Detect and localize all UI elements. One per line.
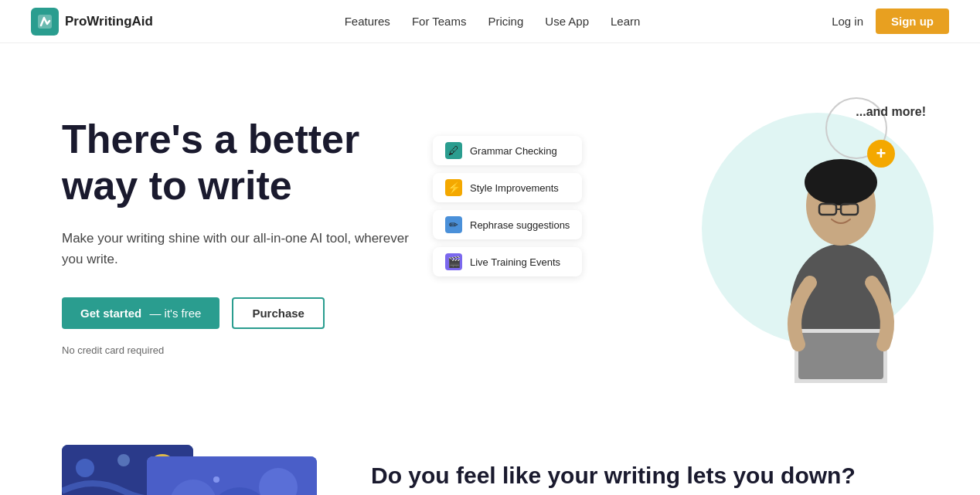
training-icon: 🎬 (445, 253, 462, 270)
feature-cards: 🖊 Grammar Checking ⚡ Style Improvements … (433, 136, 582, 276)
grammar-icon: 🖊 (445, 142, 462, 159)
hero-right: ...and more! + 🖊 Grammar Checking ⚡ Styl… (433, 90, 949, 383)
logo-text: ProWritingAid (65, 14, 153, 29)
section2-right: Do you feel like your writing lets you d… (371, 445, 918, 495)
navbar: ProWritingAid Features For Teams Pricing… (0, 0, 980, 43)
plus-badge: + (867, 140, 895, 168)
feature-card-grammar: 🖊 Grammar Checking (433, 136, 582, 165)
feature-card-style: ⚡ Style Improvements (433, 173, 582, 202)
svg-point-20 (213, 476, 219, 483)
hero-section: There's a better way to write Make your … (0, 43, 980, 414)
abstract-pattern-svg (147, 456, 317, 495)
nav-learn[interactable]: Learn (611, 15, 640, 28)
hero-title: There's a better way to write (62, 117, 433, 209)
hero-buttons: Get started — it's free Purchase (62, 297, 433, 329)
svg-point-3 (805, 159, 877, 205)
nav-features[interactable]: Features (345, 15, 390, 28)
style-icon: ⚡ (445, 179, 462, 196)
get-started-button[interactable]: Get started — it's free (62, 297, 219, 329)
signup-button[interactable]: Sign up (876, 8, 949, 34)
person-illustration (764, 128, 918, 383)
art-stack: My idea in my head (62, 445, 325, 495)
svg-rect-8 (798, 333, 883, 379)
logo-icon (31, 8, 59, 36)
rephrase-icon: ✏ (445, 216, 462, 233)
and-more-label: ...and more! (856, 105, 926, 119)
section2-title: Do you feel like your writing lets you d… (371, 460, 918, 490)
section2: My idea in my head Do you feel like your… (0, 414, 980, 495)
no-credit-text: No credit card required (62, 344, 433, 356)
nav-actions: Log in Sign up (832, 8, 949, 34)
section2-left: My idea in my head (62, 445, 325, 495)
art-overlay-card (147, 456, 317, 495)
hero-left: There's a better way to write Make your … (62, 117, 433, 356)
svg-point-11 (117, 454, 130, 466)
nav-use-app[interactable]: Use App (545, 15, 589, 28)
nav-links: Features For Teams Pricing Use App Learn (345, 15, 641, 28)
logo-link[interactable]: ProWritingAid (31, 8, 153, 36)
login-button[interactable]: Log in (832, 15, 863, 28)
svg-point-10 (76, 459, 94, 477)
feature-card-training: 🎬 Live Training Events (433, 247, 582, 276)
hero-subtitle: Make your writing shine with our all-in-… (62, 228, 433, 270)
nav-pricing[interactable]: Pricing (488, 15, 523, 28)
feature-card-rephrase: ✏ Rephrase suggestions (433, 210, 582, 239)
purchase-button[interactable]: Purchase (232, 297, 325, 329)
nav-for-teams[interactable]: For Teams (412, 15, 467, 28)
